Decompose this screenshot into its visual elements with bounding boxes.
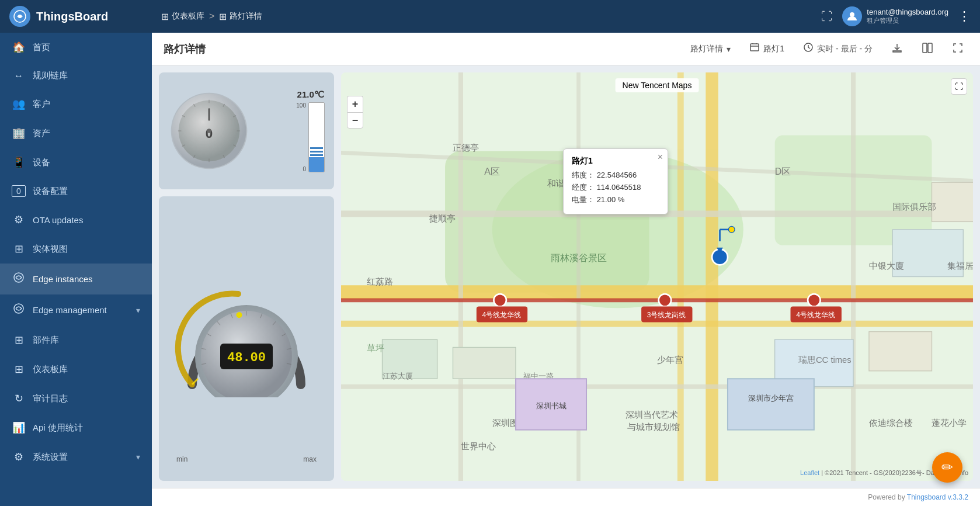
topbar: ThingsBoard ⊞ 仪表板库 > ⊞ 路灯详情 ⛶ tenant@thi…	[0, 0, 980, 33]
time-label: 实时 - 最后 - 分	[817, 44, 873, 54]
sidebar-item-api-stats[interactable]: 📊 Api 使用统计	[0, 413, 152, 442]
svg-text:深圳书城: 深圳书城	[536, 401, 567, 410]
popup-power-label: 电量：	[572, 195, 595, 204]
popup-title: 路灯1	[572, 156, 659, 167]
split-view-icon	[922, 42, 933, 56]
map-controls[interactable]: + −	[347, 96, 363, 129]
sidebar-item-system-settings[interactable]: ⚙ 系统设置 ▾	[0, 442, 152, 472]
user-text: tenant@thingsboard.org 租户管理员	[867, 8, 948, 25]
map-popup: × 路灯1 纬度： 22.5484566 经度： 114.0645518 电量：…	[563, 148, 668, 214]
clock-icon	[803, 42, 814, 56]
sidebar-item-entity-view[interactable]: ⊞ 实体视图	[0, 234, 152, 264]
sidebar-item-rules[interactable]: ↔ 规则链库	[0, 62, 152, 89]
leaflet-link[interactable]: Leaflet	[800, 469, 819, 476]
download-icon	[891, 42, 903, 56]
svg-rect-8	[928, 43, 932, 53]
svg-rect-95	[728, 379, 814, 429]
sidebar-label-assets: 资产	[33, 128, 50, 139]
topbar-right: ⛶ tenant@thingsboard.org 租户管理员 ⋮	[821, 6, 971, 26]
device-label: 路灯1	[763, 44, 784, 54]
svg-point-102	[728, 226, 735, 233]
svg-text:正德亭: 正德亭	[453, 143, 479, 153]
dashboard-content: 0 21.0℃ 100 0	[152, 65, 980, 488]
svg-rect-69	[453, 347, 516, 379]
svg-text:与城市规划馆: 与城市规划馆	[627, 422, 680, 432]
system-settings-expand-icon: ▾	[136, 452, 140, 462]
bar-scale-100: 100	[296, 102, 306, 109]
svg-text:深圳市少年宫: 深圳市少年宫	[748, 394, 794, 403]
sidebar-item-dashboards[interactable]: ⊞ 仪表板库	[0, 355, 152, 384]
sidebar-item-devices[interactable]: 📱 设备	[0, 148, 152, 177]
map-zoom-out-btn[interactable]: −	[347, 112, 363, 129]
devices-icon: 📱	[12, 156, 26, 169]
audit-log-icon: ↻	[12, 392, 26, 405]
page-title: 路灯详情	[164, 42, 206, 56]
svg-text:瑞思CC times: 瑞思CC times	[798, 355, 852, 365]
footer-link[interactable]: Thingsboard v.3.3.2	[907, 493, 968, 501]
svg-text:中银大廈: 中银大廈	[869, 261, 904, 271]
map-zoom-in-btn[interactable]: +	[347, 96, 363, 112]
svg-point-1	[18, 15, 22, 18]
edge-instances-icon	[12, 272, 26, 286]
device-config-icon: 0	[12, 185, 26, 197]
bar-scale-0: 0	[296, 166, 306, 172]
sidebar-item-assets[interactable]: 🏢 资产	[0, 119, 152, 148]
sidebar-label-ota: OTA updates	[33, 215, 83, 225]
device-icon	[749, 42, 760, 56]
more-menu-icon[interactable]: ⋮	[958, 9, 971, 24]
content-area: 路灯详情 路灯详情 ▾ 路灯1	[152, 33, 980, 506]
split-view-btn[interactable]	[917, 40, 938, 58]
svg-text:雨林溪谷景区: 雨林溪谷景区	[551, 252, 607, 263]
dashboard-dropdown-btn[interactable]: 路灯详情 ▾	[686, 41, 735, 57]
popup-power-value: 21.00 %	[597, 195, 625, 204]
breadcrumb-sep: >	[209, 11, 214, 22]
download-btn[interactable]	[887, 40, 908, 58]
footer-text: Powered by	[868, 493, 907, 501]
svg-text:4号线龙华线: 4号线龙华线	[796, 311, 835, 319]
svg-text:蓬花小学: 蓬花小学	[932, 418, 967, 428]
sidebar-label-dashboards: 仪表板库	[33, 364, 68, 375]
dashboard-dropdown-label: 路灯详情	[690, 44, 723, 54]
svg-text:红荔路: 红荔路	[367, 277, 393, 286]
sidebar-item-device-config[interactable]: 0 设备配置	[0, 177, 152, 205]
logo-text: ThingsBoard	[36, 10, 108, 23]
sidebar-item-edge-management[interactable]: Edge management ▾	[0, 294, 152, 325]
sidebar-item-ota[interactable]: ⚙ OTA updates	[0, 205, 152, 234]
dropdown-icon: ▾	[727, 44, 731, 54]
ota-icon: ⚙	[12, 213, 26, 226]
gauge-min-label: min	[176, 455, 187, 463]
sidebar-item-widgets[interactable]: ⊞ 部件库	[0, 325, 152, 355]
map-background: 4号线龙华线 3号线龙岗线 4号线龙华线 红荔路 风筝广场 D区	[341, 72, 973, 481]
map-expand-btn[interactable]: ⛶	[951, 78, 967, 95]
bar-track	[308, 102, 325, 172]
edit-icon: ✏	[941, 459, 953, 476]
svg-text:捷顺亭: 捷顺亭	[429, 214, 456, 223]
popup-lng-label: 经度：	[572, 183, 595, 192]
breadcrumb-1[interactable]: 仪表板库	[172, 11, 204, 22]
fullscreen-icon[interactable]: ⛶	[821, 10, 833, 23]
edge-management-expand-icon: ▾	[136, 306, 140, 315]
svg-rect-73	[932, 182, 973, 221]
edit-fab-btn[interactable]: ✏	[932, 452, 962, 483]
time-selector-btn[interactable]: 实时 - 最后 - 分	[798, 40, 877, 58]
device-selector-btn[interactable]: 路灯1	[745, 40, 789, 58]
popup-close-btn[interactable]: ×	[658, 153, 663, 162]
knob-svg: 0	[168, 87, 250, 175]
svg-point-61	[808, 294, 821, 307]
api-stats-icon: 📊	[12, 421, 26, 434]
sidebar-item-home[interactable]: 🏠 首页	[0, 33, 152, 62]
fullscreen-expand-btn[interactable]	[947, 40, 968, 58]
assets-icon: 🏢	[12, 127, 26, 140]
sidebar-item-customers[interactable]: 👥 客户	[0, 89, 152, 119]
sidebar-item-edge-instances[interactable]: Edge instances	[0, 264, 152, 294]
user-email: tenant@thingsboard.org	[867, 8, 948, 16]
svg-text:0: 0	[206, 126, 213, 141]
knob-container: 0	[168, 84, 250, 178]
sidebar-item-audit-log[interactable]: ↻ 审计日志	[0, 384, 152, 413]
sidebar: 🏠 首页 ↔ 规则链库 👥 客户 🏢 资产 📱 设备 0 设备配置 ⚙ OTA …	[0, 33, 152, 506]
svg-rect-71	[869, 332, 932, 371]
svg-text:国际俱乐部: 国际俱乐部	[892, 202, 936, 212]
sidebar-label-audit-log: 审计日志	[33, 393, 68, 404]
sidebar-label-system-settings: 系统设置	[33, 452, 68, 463]
bar-indicator: 21.0℃ 100 0	[296, 89, 325, 172]
